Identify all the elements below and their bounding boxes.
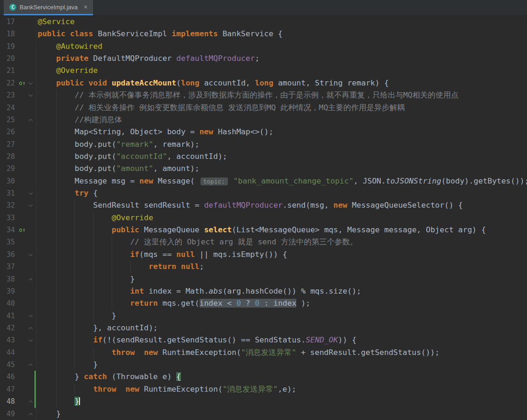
code-token: 0: [255, 299, 260, 308]
line-number[interactable]: 36: [0, 249, 17, 261]
line-number[interactable]: 27: [0, 138, 17, 151]
line-number[interactable]: 26: [0, 126, 17, 138]
line-number[interactable]: 24: [0, 102, 17, 114]
code-line-26[interactable]: 26 Map<String, Object> body = new HashMa…: [0, 126, 527, 138]
indent-guide: [112, 261, 112, 273]
fold-marker-empty: [28, 285, 34, 297]
line-number[interactable]: 38: [0, 273, 17, 285]
line-number[interactable]: 48: [0, 395, 17, 407]
indent-guide: [56, 347, 57, 359]
gutter-icon-empty: [17, 261, 28, 273]
override-gutter-icon[interactable]: o↑: [17, 77, 28, 89]
code-line-44[interactable]: 44 throw new RuntimeException("消息发送异常" +…: [0, 347, 527, 359]
line-number[interactable]: 17: [0, 16, 17, 28]
line-number[interactable]: 39: [0, 285, 17, 297]
code-line-39[interactable]: 39 int index = Math.abs(arg.hashCode()) …: [0, 285, 527, 297]
code-line-43[interactable]: 43 if(!(sendResult.getSendStatus() == Se…: [0, 334, 527, 346]
code-token: // 这里传入的 Object arg 就是 send 方法中的第三个参数。: [130, 237, 358, 246]
line-number[interactable]: 42: [0, 322, 17, 334]
indent-guide: [74, 310, 75, 322]
tab-bankserviceimpl[interactable]: C BankServiceImpl.java ×: [4, 0, 93, 15]
gutter-icon-empty: [17, 65, 28, 77]
line-number[interactable]: 23: [0, 89, 17, 101]
code-editor[interactable]: 17@Service18public class BankServiceImpl…: [0, 16, 527, 420]
line-number[interactable]: 18: [0, 28, 17, 40]
code-line-32[interactable]: 32 SendResult sendResult = defaultMQProd…: [0, 199, 527, 211]
code-line-37[interactable]: 37 return null;: [0, 261, 527, 273]
line-number[interactable]: 19: [0, 40, 17, 52]
fold-marker-up[interactable]: [28, 359, 34, 371]
code-line-40[interactable]: 40 return mqs.get(index < 0 ? 0 : index …: [0, 297, 527, 309]
code-line-29[interactable]: 29 body.put("amount", amount);: [0, 163, 527, 175]
fold-marker-empty: [28, 371, 34, 383]
line-number[interactable]: 21: [0, 65, 17, 77]
code-line-21[interactable]: 21 @Override: [0, 65, 527, 77]
code-line-34[interactable]: 34o↑ public MessageQueue select(List<Mes…: [0, 224, 527, 236]
code-line-36[interactable]: 36 if(mqs == null || mqs.isEmpty()) {: [0, 249, 527, 261]
code-line-46[interactable]: 46 } catch (Throwable e) {: [0, 371, 527, 383]
line-number[interactable]: 41: [0, 310, 17, 322]
fold-marker-up[interactable]: [28, 114, 34, 126]
code-token: (: [176, 79, 181, 87]
code-line-23[interactable]: 23 // 本示例就不像事务消息那样，涉及到数据库方面的操作，由于是示例，就不再…: [0, 89, 527, 101]
code-line-22[interactable]: 22o↑ public void updateAccMount(long acc…: [0, 77, 527, 89]
fold-marker-down[interactable]: [28, 249, 34, 261]
fold-marker-up[interactable]: [28, 322, 34, 334]
line-number[interactable]: 20: [0, 52, 17, 65]
line-number[interactable]: 37: [0, 261, 17, 273]
code-line-45[interactable]: 45 }: [0, 359, 527, 371]
line-number[interactable]: 40: [0, 297, 17, 309]
code-line-35[interactable]: 35 // 这里传入的 Object arg 就是 send 方法中的第三个参数…: [0, 236, 527, 248]
line-number[interactable]: 33: [0, 212, 17, 224]
code-line-31[interactable]: 31 try {: [0, 187, 527, 199]
code-line-49[interactable]: 49 }: [0, 408, 527, 420]
fold-marker-empty: [28, 163, 34, 175]
code-line-17[interactable]: 17@Service: [0, 16, 527, 28]
line-number[interactable]: 44: [0, 347, 17, 359]
line-number[interactable]: 30: [0, 175, 17, 187]
line-number[interactable]: 29: [0, 163, 17, 175]
code-line-28[interactable]: 28 body.put("accountId", accountId);: [0, 151, 527, 163]
fold-marker-up[interactable]: [28, 408, 34, 420]
fold-marker-down[interactable]: [28, 187, 34, 199]
fold-marker-down[interactable]: [28, 89, 34, 101]
fold-marker-up[interactable]: [28, 273, 34, 285]
code-token: public class: [38, 29, 98, 38]
code-line-41[interactable]: 41 }: [0, 310, 527, 322]
line-number[interactable]: 49: [0, 408, 17, 420]
code-line-20[interactable]: 20 private DefaultMQProducer defaultMQPr…: [0, 52, 527, 65]
override-gutter-icon[interactable]: o↑: [17, 224, 28, 236]
code-line-24[interactable]: 24 // 相关业务操作 例如变更数据库余额信息 发送消息到MQ 此种情况，MQ…: [0, 102, 527, 114]
code-line-47[interactable]: 47 throw new RuntimeException("消息发送异常",e…: [0, 383, 527, 395]
code-token: "accountId": [116, 152, 167, 161]
code-line-48[interactable]: 48 }: [0, 395, 527, 407]
fold-marker-up[interactable]: [28, 395, 34, 407]
code-line-18[interactable]: 18public class BankServiceImpl implement…: [0, 28, 527, 40]
fold-marker-down[interactable]: [28, 77, 34, 89]
line-number[interactable]: 22: [0, 77, 17, 89]
code-line-38[interactable]: 38 }: [0, 273, 527, 285]
indent-guide: [56, 273, 57, 285]
code-token: [38, 385, 93, 394]
line-number[interactable]: 46: [0, 371, 17, 383]
line-number[interactable]: 28: [0, 151, 17, 163]
code-line-30[interactable]: 30 Message msg = new Message( topic: "ba…: [0, 175, 527, 187]
line-number[interactable]: 32: [0, 199, 17, 211]
fold-marker-down[interactable]: [28, 199, 34, 211]
code-line-27[interactable]: 27 body.put("remark", remark);: [0, 138, 527, 151]
line-number[interactable]: 31: [0, 187, 17, 199]
code-line-42[interactable]: 42 }, accountId);: [0, 322, 527, 334]
tab-close-icon[interactable]: ×: [84, 3, 87, 11]
fold-marker-down[interactable]: [28, 334, 34, 346]
code-line-19[interactable]: 19 @Autowired: [0, 40, 527, 52]
line-number[interactable]: 45: [0, 359, 17, 371]
code-line-33[interactable]: 33 @Override: [0, 212, 527, 224]
fold-marker-up[interactable]: [28, 310, 34, 322]
line-number[interactable]: 35: [0, 236, 17, 248]
line-number[interactable]: 25: [0, 114, 17, 126]
line-number[interactable]: 47: [0, 383, 17, 395]
line-number[interactable]: 43: [0, 334, 17, 346]
code-line-25[interactable]: 25 //构建消息体: [0, 114, 527, 126]
line-number[interactable]: 34: [0, 224, 17, 236]
code-text: try {: [36, 187, 527, 199]
